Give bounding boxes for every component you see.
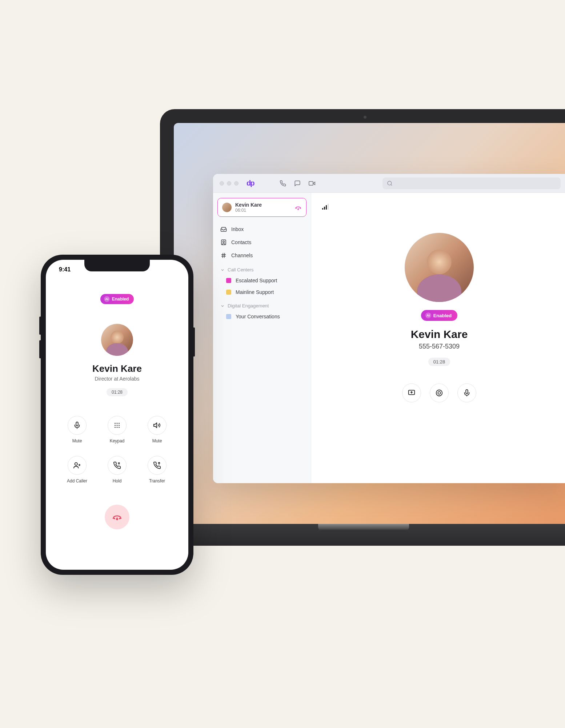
mute-button[interactable] [457,383,476,402]
desktop-app-window: dp [213,174,565,483]
app-logo: dp [247,179,254,187]
caller-name: Kevin Kare [92,363,142,374]
svg-point-14 [436,390,442,396]
close-window-icon[interactable] [220,181,224,186]
titlebar: dp [213,174,565,193]
speaker-button[interactable]: Mute [141,416,173,443]
svg-point-22 [117,425,118,426]
status-time: 9:41 [59,266,71,273]
keypad-button[interactable]: Keypad [101,416,133,443]
caller-avatar [405,233,474,302]
color-swatch [226,290,231,295]
nav-channels[interactable]: Channels [217,249,306,262]
svg-point-1 [388,181,392,185]
svg-line-2 [391,184,392,186]
add-caller-button[interactable]: Add Caller [61,456,93,484]
svg-point-21 [115,425,116,426]
phone-notch [84,260,150,271]
ai-icon: Ai [425,313,431,318]
svg-rect-10 [324,207,325,210]
caller-phone: 555-567-5309 [419,343,460,350]
window-controls[interactable] [220,181,239,186]
section-digital-engagement[interactable]: Digital Engagement [217,298,306,311]
svg-point-26 [119,427,120,428]
svg-line-7 [223,253,223,258]
add-user-icon [68,456,87,475]
svg-point-27 [75,463,77,465]
sidebar: Kevin Kare 06:01 Inbox [213,193,311,483]
share-screen-button[interactable] [402,383,421,402]
search-input[interactable] [382,178,561,189]
digital-item[interactable]: Your Conversations [217,311,306,322]
mute-button[interactable]: Mute [61,416,93,443]
signal-icon [322,204,556,211]
active-call-card[interactable]: Kevin Kare 06:01 [217,198,306,217]
ai-enabled-badge[interactable]: Ai Enabled [100,294,134,304]
color-swatch [226,278,231,283]
svg-point-19 [117,423,118,424]
color-swatch [226,314,231,319]
transfer-button[interactable]: Transfer [141,456,173,484]
svg-rect-16 [466,390,468,394]
minimize-window-icon[interactable] [227,181,231,186]
ai-enabled-label: Enabled [112,297,129,302]
nav-inbox[interactable]: Inbox [217,223,306,236]
nav-inbox-label: Inbox [231,226,244,232]
phone-icon[interactable] [277,178,289,189]
call-center-label: Escalated Support [236,278,277,283]
control-label: Keypad [110,438,125,443]
svg-point-15 [438,391,440,394]
nav-contacts-label: Contacts [231,239,251,245]
keypad-icon [108,416,127,435]
active-call-name: Kevin Kare [235,202,291,208]
svg-point-4 [223,241,225,243]
svg-point-25 [117,427,118,428]
svg-point-23 [119,425,120,426]
call-center-item[interactable]: Escalated Support [217,275,306,286]
laptop-device: dp [160,109,565,564]
caller-avatar [101,324,133,356]
svg-point-20 [119,423,120,424]
section-digital-label: Digital Engagement [228,303,269,309]
video-icon[interactable] [306,178,318,189]
active-call-timer: 06:01 [235,208,291,213]
control-label: Transfer [149,478,165,484]
digital-item-label: Your Conversations [236,314,280,319]
svg-rect-11 [326,205,327,210]
transfer-icon [148,456,167,475]
hold-icon [108,456,127,475]
hold-button[interactable]: Hold [101,456,133,484]
hangup-button[interactable] [105,505,129,529]
control-label: Mute [152,438,162,443]
control-label: Add Caller [67,478,87,484]
laptop-camera [364,116,366,119]
maximize-window-icon[interactable] [234,181,239,186]
caller-subtitle: Director at Aerolabs [95,376,140,382]
search-icon [387,180,393,186]
record-button[interactable] [430,383,449,402]
mic-icon [68,416,87,435]
section-call-centers[interactable]: Call Centers [217,262,306,275]
hangup-icon[interactable] [294,204,302,211]
section-call-centers-label: Call Centers [228,267,254,272]
svg-rect-9 [322,208,323,210]
ai-enabled-badge[interactable]: Ai Enabled [421,310,458,321]
ai-icon: Ai [104,296,110,302]
svg-line-8 [224,253,225,258]
nav-channels-label: Channels [231,252,253,258]
call-timer: 01:28 [428,358,450,366]
message-icon[interactable] [292,178,303,189]
svg-rect-0 [309,181,313,185]
svg-point-18 [115,423,116,424]
phone-device: 9:41 Ai Enabled Kevin Kare Director at A… [41,255,193,575]
call-panel: Ai Enabled Kevin Kare 555-567-5309 01:28 [311,193,565,483]
speaker-icon [148,416,167,435]
svg-rect-17 [76,422,78,426]
avatar [222,203,232,212]
call-timer: 01:28 [107,388,128,396]
svg-point-24 [115,427,116,428]
control-label: Hold [113,478,122,484]
call-center-item[interactable]: Mainline Support [217,286,306,298]
svg-rect-12 [328,204,329,210]
nav-contacts[interactable]: Contacts [217,236,306,249]
